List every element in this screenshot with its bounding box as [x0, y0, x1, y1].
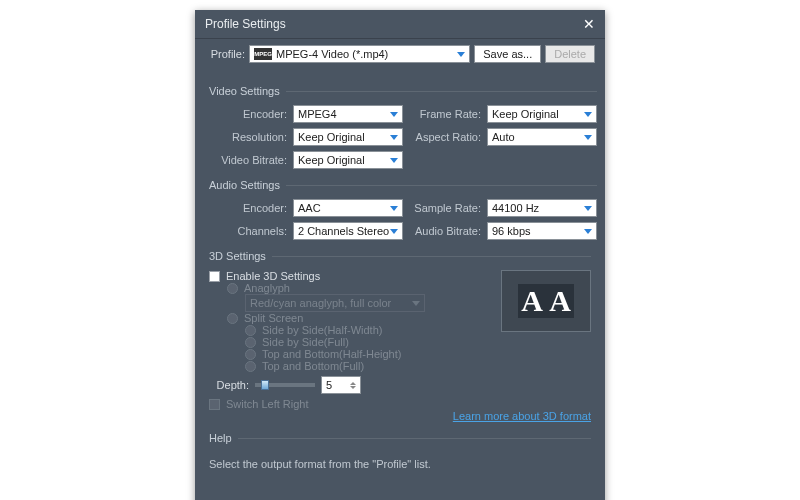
chevron-down-icon	[390, 158, 398, 163]
video-legend: Video Settings	[209, 85, 286, 97]
sbs-full-label: Side by Side(Full)	[262, 336, 349, 348]
profile-settings-dialog: Profile Settings ✕ Profile: MPEG MPEG-4 …	[195, 10, 605, 500]
split-screen-radio	[227, 313, 238, 324]
chevron-down-icon	[584, 229, 592, 234]
depth-stepper[interactable]: 5	[321, 376, 361, 394]
profile-label: Profile:	[205, 48, 245, 60]
channels-label: Channels:	[209, 225, 287, 237]
chevron-down-icon	[457, 52, 465, 57]
audio-bitrate-select[interactable]: 96 kbps	[487, 222, 597, 240]
tb-full-label: Top and Bottom(Full)	[262, 360, 364, 372]
video-bitrate-select[interactable]: Keep Original	[293, 151, 403, 169]
aspect-ratio-select[interactable]: Auto	[487, 128, 597, 146]
chevron-up-icon[interactable]	[350, 382, 356, 385]
chevron-down-icon	[584, 112, 592, 117]
switch-lr-checkbox	[209, 399, 220, 410]
learn-more-link[interactable]: Learn more about 3D format	[209, 410, 591, 422]
aspect-ratio-label: Aspect Ratio:	[409, 131, 481, 143]
sample-rate-select[interactable]: 44100 Hz	[487, 199, 597, 217]
dialog-title: Profile Settings	[205, 17, 286, 31]
save-as-button[interactable]: Save as...	[474, 45, 541, 63]
titlebar: Profile Settings ✕	[195, 10, 605, 39]
audio-settings-group: Audio Settings Encoder: AAC Sample Rate:…	[209, 179, 597, 240]
profile-select[interactable]: MPEG MPEG-4 Video (*.mp4)	[249, 45, 470, 63]
switch-lr-label: Switch Left Right	[226, 398, 309, 410]
audio-legend: Audio Settings	[209, 179, 286, 191]
enable-3d-checkbox[interactable]	[209, 271, 220, 282]
help-legend: Help	[209, 432, 238, 444]
tb-full-radio	[245, 361, 256, 372]
slider-thumb[interactable]	[261, 380, 269, 390]
chevron-down-icon	[390, 135, 398, 140]
audio-bitrate-label: Audio Bitrate:	[409, 225, 481, 237]
preview-left-a: A	[518, 284, 546, 318]
depth-slider[interactable]	[255, 383, 315, 387]
3d-legend: 3D Settings	[209, 250, 272, 262]
sample-rate-label: Sample Rate:	[409, 202, 481, 214]
resolution-select[interactable]: Keep Original	[293, 128, 403, 146]
3d-settings-group: 3D Settings Enable 3D Settings Anaglyph …	[209, 250, 591, 422]
video-encoder-select[interactable]: MPEG4	[293, 105, 403, 123]
profile-row: Profile: MPEG MPEG-4 Video (*.mp4) Save …	[195, 39, 605, 69]
chevron-down-icon	[390, 229, 398, 234]
frame-rate-select[interactable]: Keep Original	[487, 105, 597, 123]
tb-half-radio	[245, 349, 256, 360]
channels-select[interactable]: 2 Channels Stereo	[293, 222, 403, 240]
help-text: Select the output format from the "Profi…	[209, 458, 591, 470]
chevron-down-icon	[584, 206, 592, 211]
anaglyph-radio	[227, 283, 238, 294]
chevron-down-icon	[390, 206, 398, 211]
help-group: Help Select the output format from the "…	[209, 432, 591, 488]
sbs-half-label: Side by Side(Half-Width)	[262, 324, 382, 336]
tb-half-label: Top and Bottom(Half-Height)	[262, 348, 401, 360]
sbs-full-radio	[245, 337, 256, 348]
profile-value: MPEG-4 Video (*.mp4)	[276, 48, 388, 60]
audio-encoder-label: Encoder:	[209, 202, 287, 214]
depth-label: Depth:	[209, 379, 249, 391]
anaglyph-mode-select: Red/cyan anaglyph, full color	[245, 294, 425, 312]
enable-3d-label: Enable 3D Settings	[226, 270, 320, 282]
anaglyph-label: Anaglyph	[244, 282, 290, 294]
delete-button: Delete	[545, 45, 595, 63]
audio-encoder-select[interactable]: AAC	[293, 199, 403, 217]
dialog-body: Video Settings Encoder: MPEG4 Frame Rate…	[195, 69, 605, 500]
video-bitrate-label: Video Bitrate:	[209, 154, 287, 166]
sbs-half-radio	[245, 325, 256, 336]
mpeg-format-icon: MPEG	[254, 48, 272, 60]
video-settings-group: Video Settings Encoder: MPEG4 Frame Rate…	[209, 85, 597, 169]
resolution-label: Resolution:	[209, 131, 287, 143]
chevron-down-icon	[412, 301, 420, 306]
preview-right-a: A	[546, 284, 574, 318]
3d-preview: A A	[501, 270, 591, 332]
chevron-down-icon[interactable]	[350, 386, 356, 389]
frame-rate-label: Frame Rate:	[409, 108, 481, 120]
video-encoder-label: Encoder:	[209, 108, 287, 120]
chevron-down-icon	[390, 112, 398, 117]
chevron-down-icon	[584, 135, 592, 140]
split-screen-label: Split Screen	[244, 312, 303, 324]
close-icon[interactable]: ✕	[583, 16, 595, 32]
